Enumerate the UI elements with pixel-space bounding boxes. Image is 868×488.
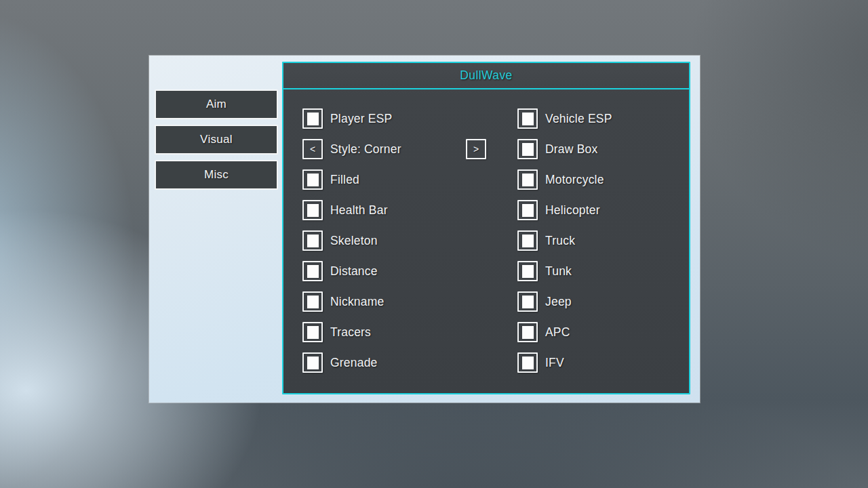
panel-title-bar: DullWave [283,63,689,89]
checkbox-fill [522,113,534,125]
cheat-menu-window: Aim Visual Misc DullWave Player ESP < St… [149,56,700,403]
checkbox-fill [307,113,319,125]
checkbox-fill [522,326,534,339]
option-label: Skeleton [330,234,378,248]
checkbox-fill [522,174,534,186]
checkbox-fill [307,265,319,278]
option-label: Motorcycle [545,173,604,187]
option-label: Player ESP [330,112,392,126]
checkbox[interactable] [302,261,323,281]
option-row: Truck [517,230,689,251]
option-label: Tunk [545,264,572,279]
option-row: Player ESP [302,108,486,129]
option-row: Vehicle ESP [517,108,689,129]
checkbox[interactable] [517,139,538,159]
option-row: Tunk [517,261,689,281]
option-label: Filled [330,173,359,187]
checkbox[interactable] [517,230,538,251]
style-next-button[interactable]: > [466,139,486,159]
option-label: Tracers [330,325,371,340]
checkbox[interactable] [302,108,323,129]
option-row: IFV [517,352,689,373]
checkbox[interactable] [302,352,323,373]
menu-title: DullWave [460,68,512,83]
right-options-column: Vehicle ESP Draw Box Motorcycle Helicopt… [517,108,689,383]
sidebar-tab-label: Aim [206,98,226,111]
option-row: Helicopter [517,200,689,220]
stepper-row: < Style: Corner > [302,139,486,159]
option-row: Draw Box [517,139,689,159]
checkbox[interactable] [302,322,323,342]
option-label: Truck [545,234,575,248]
checkbox-fill [307,296,319,308]
option-label: Health Bar [330,203,388,218]
checkbox-fill [307,357,319,369]
sidebar-tab-visual[interactable]: Visual [155,125,278,155]
option-label: Vehicle ESP [545,112,612,126]
checkbox[interactable] [517,169,538,190]
checkbox[interactable] [517,200,538,220]
option-label: Helicopter [545,203,600,218]
sidebar-tab-aim[interactable]: Aim [155,89,278,119]
option-label: Jeep [545,295,572,309]
checkbox-fill [522,296,534,308]
option-row: Jeep [517,291,689,312]
left-arrow-icon: < [310,144,315,154]
visual-settings-panel: DullWave Player ESP < Style: Corner > Fi… [282,62,690,394]
option-row: Health Bar [302,200,486,220]
left-options-column: Player ESP < Style: Corner > Filled Heal… [302,108,486,383]
checkbox[interactable] [302,291,323,312]
option-label: Draw Box [545,142,597,157]
sidebar-tab-label: Misc [204,168,229,182]
checkbox[interactable] [517,108,538,129]
style-value-label: Style: Corner [330,142,401,157]
checkbox[interactable] [517,352,538,373]
game-background: Aim Visual Misc DullWave Player ESP < St… [0,0,868,488]
checkbox-fill [522,143,534,156]
sidebar: Aim Visual Misc [155,89,278,195]
option-label: APC [545,325,570,340]
checkbox[interactable] [517,322,538,342]
checkbox-fill [307,326,319,339]
checkbox-fill [522,235,534,247]
checkbox[interactable] [302,200,323,220]
option-row: Grenade [302,352,486,373]
option-label: IFV [545,356,564,370]
option-row: Distance [302,261,486,281]
panel-body: Player ESP < Style: Corner > Filled Heal… [283,89,689,383]
checkbox[interactable] [517,261,538,281]
sidebar-tab-label: Visual [200,133,233,146]
sidebar-tab-misc[interactable]: Misc [155,160,278,190]
option-row: Skeleton [302,230,486,251]
checkbox-fill [522,204,534,217]
checkbox-fill [522,357,534,369]
option-row: Motorcycle [517,169,689,190]
option-row: Tracers [302,322,486,342]
checkbox[interactable] [302,169,323,190]
checkbox[interactable] [302,230,323,251]
option-label: Nickname [330,295,384,309]
option-label: Distance [330,264,378,279]
style-prev-button[interactable]: < [302,139,323,159]
right-arrow-icon: > [473,144,479,154]
checkbox-fill [307,235,319,247]
checkbox[interactable] [517,291,538,312]
option-label: Grenade [330,356,378,370]
checkbox-fill [307,204,319,217]
option-row: APC [517,322,689,342]
checkbox-fill [522,265,534,278]
checkbox-fill [307,174,319,186]
option-row: Filled [302,169,486,190]
option-row: Nickname [302,291,486,312]
